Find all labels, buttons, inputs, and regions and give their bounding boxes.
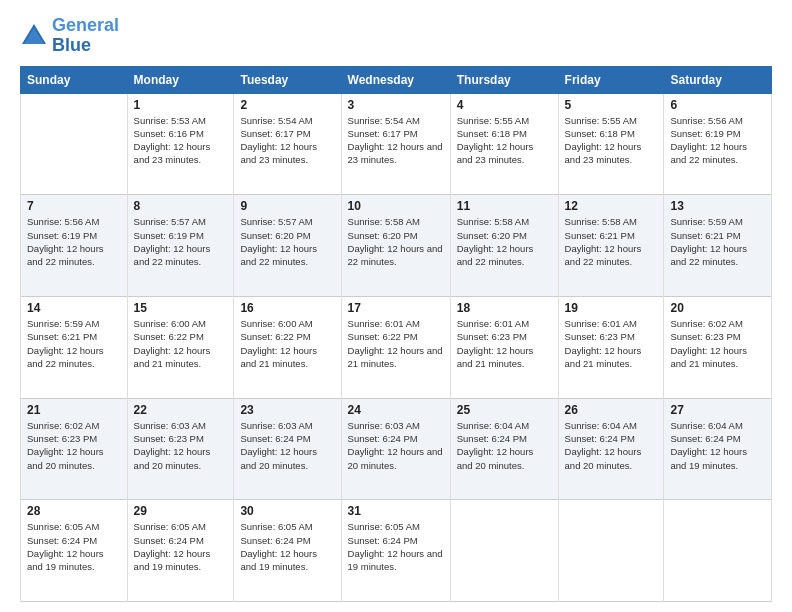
cell-1-4: 3Sunrise: 5:54 AMSunset: 6:17 PMDaylight… [341,93,450,195]
cell-details: Sunrise: 5:58 AMSunset: 6:20 PMDaylight:… [457,215,552,268]
day-number: 26 [565,403,658,417]
day-number: 31 [348,504,444,518]
cell-details: Sunrise: 6:00 AMSunset: 6:22 PMDaylight:… [240,317,334,370]
cell-2-5: 11Sunrise: 5:58 AMSunset: 6:20 PMDayligh… [450,195,558,297]
cell-details: Sunrise: 6:04 AMSunset: 6:24 PMDaylight:… [457,419,552,472]
cell-details: Sunrise: 6:00 AMSunset: 6:22 PMDaylight:… [134,317,228,370]
day-number: 29 [134,504,228,518]
cell-5-2: 29Sunrise: 6:05 AMSunset: 6:24 PMDayligh… [127,500,234,602]
logo-text: General Blue [52,16,119,56]
cell-details: Sunrise: 6:01 AMSunset: 6:23 PMDaylight:… [457,317,552,370]
cell-details: Sunrise: 5:59 AMSunset: 6:21 PMDaylight:… [670,215,765,268]
col-header-monday: Monday [127,66,234,93]
day-number: 24 [348,403,444,417]
day-number: 28 [27,504,121,518]
cell-2-4: 10Sunrise: 5:58 AMSunset: 6:20 PMDayligh… [341,195,450,297]
cell-3-2: 15Sunrise: 6:00 AMSunset: 6:22 PMDayligh… [127,296,234,398]
col-header-friday: Friday [558,66,664,93]
cell-details: Sunrise: 5:55 AMSunset: 6:18 PMDaylight:… [565,114,658,167]
cell-2-7: 13Sunrise: 5:59 AMSunset: 6:21 PMDayligh… [664,195,772,297]
cell-1-5: 4Sunrise: 5:55 AMSunset: 6:18 PMDaylight… [450,93,558,195]
cell-3-5: 18Sunrise: 6:01 AMSunset: 6:23 PMDayligh… [450,296,558,398]
cell-details: Sunrise: 5:56 AMSunset: 6:19 PMDaylight:… [27,215,121,268]
cell-details: Sunrise: 6:05 AMSunset: 6:24 PMDaylight:… [134,520,228,573]
cell-5-7 [664,500,772,602]
cell-details: Sunrise: 5:57 AMSunset: 6:19 PMDaylight:… [134,215,228,268]
cell-4-4: 24Sunrise: 6:03 AMSunset: 6:24 PMDayligh… [341,398,450,500]
cell-details: Sunrise: 6:05 AMSunset: 6:24 PMDaylight:… [27,520,121,573]
cell-1-1 [21,93,128,195]
calendar-table: SundayMondayTuesdayWednesdayThursdayFrid… [20,66,772,602]
cell-1-3: 2Sunrise: 5:54 AMSunset: 6:17 PMDaylight… [234,93,341,195]
day-number: 8 [134,199,228,213]
cell-details: Sunrise: 5:55 AMSunset: 6:18 PMDaylight:… [457,114,552,167]
cell-3-4: 17Sunrise: 6:01 AMSunset: 6:22 PMDayligh… [341,296,450,398]
cell-2-1: 7Sunrise: 5:56 AMSunset: 6:19 PMDaylight… [21,195,128,297]
day-number: 3 [348,98,444,112]
cell-details: Sunrise: 6:04 AMSunset: 6:24 PMDaylight:… [565,419,658,472]
day-number: 9 [240,199,334,213]
cell-5-4: 31Sunrise: 6:05 AMSunset: 6:24 PMDayligh… [341,500,450,602]
col-header-tuesday: Tuesday [234,66,341,93]
header-row: SundayMondayTuesdayWednesdayThursdayFrid… [21,66,772,93]
cell-details: Sunrise: 6:04 AMSunset: 6:24 PMDaylight:… [670,419,765,472]
cell-3-3: 16Sunrise: 6:00 AMSunset: 6:22 PMDayligh… [234,296,341,398]
cell-details: Sunrise: 5:56 AMSunset: 6:19 PMDaylight:… [670,114,765,167]
cell-1-2: 1Sunrise: 5:53 AMSunset: 6:16 PMDaylight… [127,93,234,195]
day-number: 6 [670,98,765,112]
cell-3-1: 14Sunrise: 5:59 AMSunset: 6:21 PMDayligh… [21,296,128,398]
cell-details: Sunrise: 6:03 AMSunset: 6:24 PMDaylight:… [348,419,444,472]
cell-details: Sunrise: 6:01 AMSunset: 6:22 PMDaylight:… [348,317,444,370]
day-number: 22 [134,403,228,417]
week-row-1: 1Sunrise: 5:53 AMSunset: 6:16 PMDaylight… [21,93,772,195]
day-number: 21 [27,403,121,417]
day-number: 4 [457,98,552,112]
cell-details: Sunrise: 5:58 AMSunset: 6:20 PMDaylight:… [348,215,444,268]
day-number: 15 [134,301,228,315]
cell-details: Sunrise: 5:57 AMSunset: 6:20 PMDaylight:… [240,215,334,268]
day-number: 5 [565,98,658,112]
day-number: 20 [670,301,765,315]
cell-details: Sunrise: 6:02 AMSunset: 6:23 PMDaylight:… [27,419,121,472]
cell-4-5: 25Sunrise: 6:04 AMSunset: 6:24 PMDayligh… [450,398,558,500]
cell-details: Sunrise: 5:54 AMSunset: 6:17 PMDaylight:… [240,114,334,167]
cell-4-2: 22Sunrise: 6:03 AMSunset: 6:23 PMDayligh… [127,398,234,500]
cell-5-6 [558,500,664,602]
day-number: 1 [134,98,228,112]
cell-details: Sunrise: 6:01 AMSunset: 6:23 PMDaylight:… [565,317,658,370]
cell-1-7: 6Sunrise: 5:56 AMSunset: 6:19 PMDaylight… [664,93,772,195]
cell-5-5 [450,500,558,602]
cell-4-3: 23Sunrise: 6:03 AMSunset: 6:24 PMDayligh… [234,398,341,500]
cell-details: Sunrise: 6:02 AMSunset: 6:23 PMDaylight:… [670,317,765,370]
day-number: 13 [670,199,765,213]
logo-icon [20,22,48,50]
day-number: 7 [27,199,121,213]
day-number: 27 [670,403,765,417]
cell-details: Sunrise: 6:05 AMSunset: 6:24 PMDaylight:… [348,520,444,573]
col-header-wednesday: Wednesday [341,66,450,93]
logo: General Blue [20,16,119,56]
day-number: 2 [240,98,334,112]
col-header-thursday: Thursday [450,66,558,93]
day-number: 17 [348,301,444,315]
cell-details: Sunrise: 5:54 AMSunset: 6:17 PMDaylight:… [348,114,444,167]
day-number: 11 [457,199,552,213]
cell-5-1: 28Sunrise: 6:05 AMSunset: 6:24 PMDayligh… [21,500,128,602]
day-number: 12 [565,199,658,213]
cell-3-7: 20Sunrise: 6:02 AMSunset: 6:23 PMDayligh… [664,296,772,398]
cell-4-7: 27Sunrise: 6:04 AMSunset: 6:24 PMDayligh… [664,398,772,500]
cell-details: Sunrise: 5:53 AMSunset: 6:16 PMDaylight:… [134,114,228,167]
day-number: 18 [457,301,552,315]
col-header-sunday: Sunday [21,66,128,93]
day-number: 14 [27,301,121,315]
day-number: 10 [348,199,444,213]
page: General Blue SundayMondayTuesdayWednesda… [0,0,792,612]
cell-5-3: 30Sunrise: 6:05 AMSunset: 6:24 PMDayligh… [234,500,341,602]
cell-3-6: 19Sunrise: 6:01 AMSunset: 6:23 PMDayligh… [558,296,664,398]
day-number: 23 [240,403,334,417]
day-number: 25 [457,403,552,417]
cell-4-6: 26Sunrise: 6:04 AMSunset: 6:24 PMDayligh… [558,398,664,500]
week-row-4: 21Sunrise: 6:02 AMSunset: 6:23 PMDayligh… [21,398,772,500]
cell-4-1: 21Sunrise: 6:02 AMSunset: 6:23 PMDayligh… [21,398,128,500]
col-header-saturday: Saturday [664,66,772,93]
